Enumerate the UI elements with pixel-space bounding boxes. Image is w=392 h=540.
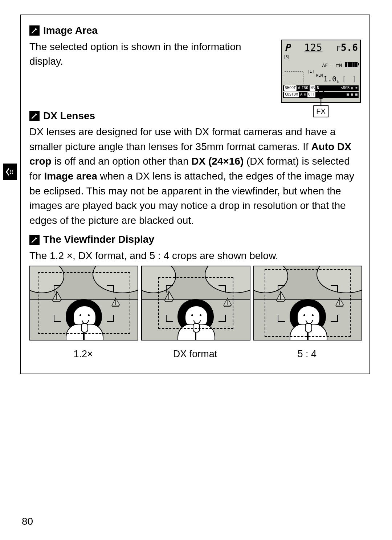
side-tab-icon	[3, 164, 17, 180]
page-number: 80	[22, 514, 33, 529]
pencil-note-icon	[29, 25, 40, 36]
svg-point-4	[10, 173, 11, 174]
lcd-card: [1]	[307, 69, 314, 74]
heading-dx-lenses: DX Lenses	[29, 109, 361, 124]
crop-outline-1-2x	[38, 272, 130, 334]
lcd-af: AF	[322, 62, 328, 69]
heading-text: DX Lenses	[43, 109, 95, 124]
crop-preview-5-4	[253, 266, 362, 340]
svg-point-3	[12, 171, 13, 172]
heading-image-area: Image Area	[29, 23, 361, 38]
crop-label-dx: DX format	[141, 347, 249, 361]
crop-label-1-2x: 1.2×	[29, 347, 137, 361]
fx-callout: FX	[313, 103, 328, 118]
svg-point-1	[12, 170, 13, 171]
pencil-note-icon	[29, 111, 40, 121]
heading-viewfinder: The Viewfinder Display	[29, 232, 361, 247]
crop-preview-1-2x	[29, 266, 138, 340]
info-display-illustration: P 125 F5.6 S AF ▭ □N	[281, 40, 361, 103]
dx-lenses-body: DX lenses are designed for use with DX f…	[29, 125, 361, 228]
crop-outline-dx	[158, 277, 233, 329]
lcd-shutter: 125	[304, 41, 322, 55]
exposure-scale-icon	[284, 71, 303, 84]
image-area-body: The selected option is shown in the info…	[29, 40, 274, 69]
battery-icon	[345, 62, 358, 67]
viewfinder-body: The 1.2 ×, DX format, and 5 : 4 crops ar…	[29, 249, 361, 263]
lcd-count: 1.0k	[323, 74, 339, 85]
pencil-note-icon	[29, 235, 40, 245]
crop-preview-dx	[141, 266, 250, 340]
svg-point-0	[10, 170, 11, 171]
crop-outline-5-4	[265, 269, 351, 337]
lcd-aperture: F5.6	[336, 41, 358, 55]
lcd-mode: P	[285, 41, 290, 55]
svg-point-2	[10, 171, 11, 172]
svg-point-5	[12, 173, 13, 174]
lcd-slot: S	[285, 55, 289, 59]
heading-text: The Viewfinder Display	[43, 232, 154, 247]
lcd-n: □N	[336, 62, 342, 69]
lcd-rem: REM	[316, 73, 323, 78]
fx-label: FX	[313, 105, 328, 117]
crop-label-5-4: 5 : 4	[253, 347, 361, 361]
note-panel: Image Area The selected option is shown …	[20, 15, 370, 374]
heading-text: Image Area	[43, 23, 98, 38]
af-area-icon: ▭	[331, 62, 333, 69]
lcd-bracket: [ ]	[342, 74, 357, 84]
